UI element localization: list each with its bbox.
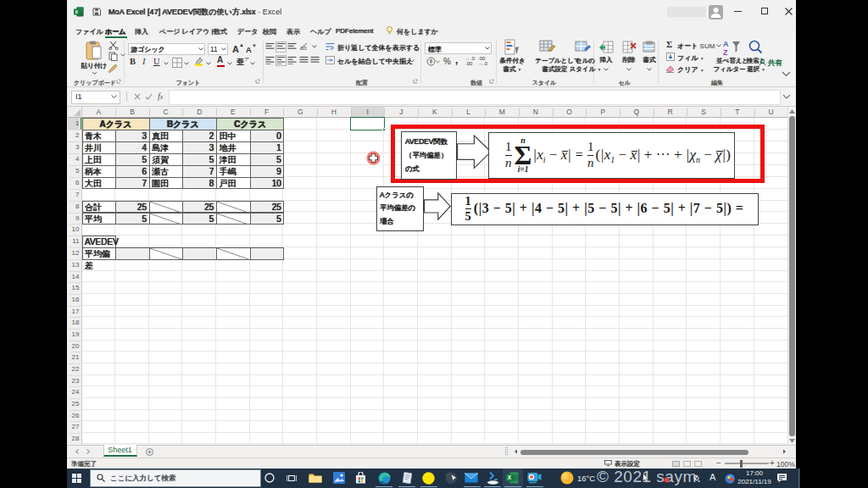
- svg-text:X: X: [75, 9, 78, 14]
- svg-text:Z: Z: [723, 48, 728, 56]
- svg-text:A: A: [723, 40, 729, 48]
- svg-text:ab: ab: [300, 45, 307, 51]
- svg-text:X: X: [508, 474, 512, 480]
